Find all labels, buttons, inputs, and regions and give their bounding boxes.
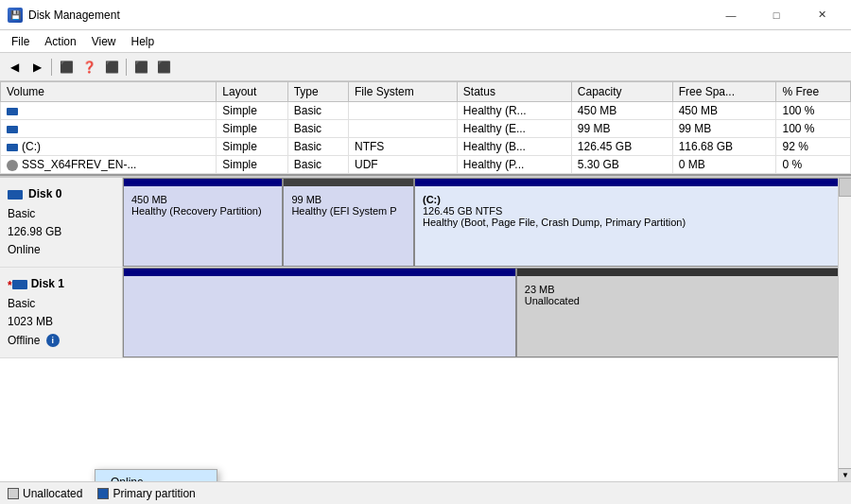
window-title: Disk Management xyxy=(28,9,120,22)
part-unallocated-size: 23 MB xyxy=(525,284,555,295)
part-main-content xyxy=(131,284,508,295)
table-row[interactable]: (C:) Simple Basic NTFS Healthy (B... 126… xyxy=(1,138,851,156)
cell-freespace: 0 MB xyxy=(672,156,776,174)
part-efi-label: Healthy (EFI System P xyxy=(291,205,396,217)
volume-table-container: Volume Layout Type File System Status Ca… xyxy=(0,81,851,176)
window-controls[interactable]: — □ ✕ xyxy=(709,6,843,25)
legend-primary: Primary partition xyxy=(97,487,195,500)
col-percentfree: % Free xyxy=(776,82,851,102)
scrollbar-thumb[interactable] xyxy=(839,178,851,197)
title-bar-left: 💾 Disk Management xyxy=(8,8,120,23)
menu-help[interactable]: Help xyxy=(124,33,163,50)
scrollbar-down-arrow[interactable]: ▼ xyxy=(839,468,851,481)
disk-0-name: Disk 0 xyxy=(28,185,61,203)
disk-view: Disk 0 Basic 126.98 GB Online 450 MB Hea… xyxy=(0,176,851,481)
disk-0-partitions: 450 MB Healthy (Recovery Partition) 99 M… xyxy=(123,178,851,267)
close-button[interactable]: ✕ xyxy=(800,6,843,25)
toolbar-btn-help[interactable]: ❓ xyxy=(78,57,99,78)
part-unallocated-label: Unallocated xyxy=(525,295,580,306)
menu-bar: File Action View Help xyxy=(0,30,851,53)
part-c-content: (C:) 126.45 GB NTFS Healthy (Boot, Page … xyxy=(423,194,842,228)
cell-filesystem xyxy=(348,120,457,138)
cell-type: Basic xyxy=(287,156,348,174)
cell-capacity: 5.30 GB xyxy=(571,156,672,174)
disk-1-partitions: 23 MB Unallocated xyxy=(123,268,851,356)
cell-filesystem: NTFS xyxy=(348,138,457,156)
disk-1-partition-unallocated[interactable]: 23 MB Unallocated xyxy=(516,268,851,356)
forward-button[interactable]: ▶ xyxy=(26,57,47,78)
legend-unallocated-box xyxy=(8,488,19,499)
volume-table: Volume Layout Type File System Status Ca… xyxy=(0,81,851,174)
main-content: Volume Layout Type File System Status Ca… xyxy=(0,81,851,481)
cell-layout: Simple xyxy=(217,102,287,120)
disk-1-icon: Disk 1 xyxy=(12,275,64,293)
disk-0-partition-c[interactable]: (C:) 126.45 GB NTFS Healthy (Boot, Page … xyxy=(414,178,851,267)
cell-volume xyxy=(1,102,217,120)
cell-filesystem: UDF xyxy=(348,156,457,174)
toolbar-btn-7[interactable]: ⬛ xyxy=(153,57,174,78)
cell-freespace: 450 MB xyxy=(672,102,776,120)
disk-row-0: Disk 0 Basic 126.98 GB Online 450 MB Hea… xyxy=(0,178,851,268)
minimize-button[interactable]: — xyxy=(709,6,753,25)
disk-1-partition-main[interactable] xyxy=(123,268,516,356)
context-menu-online[interactable]: Online xyxy=(96,470,217,481)
cell-percentfree: 0 % xyxy=(776,156,851,174)
cell-layout: Simple xyxy=(217,156,287,174)
table-row[interactable]: Simple Basic Healthy (E... 99 MB 99 MB 1… xyxy=(1,120,851,138)
col-type: Type xyxy=(287,82,348,102)
offline-info-icon[interactable]: i xyxy=(46,334,60,347)
cell-type: Basic xyxy=(287,120,348,138)
part-recovery-size: 450 MB xyxy=(131,194,167,205)
part-efi-content: 99 MB Healthy (EFI System P xyxy=(291,194,406,217)
disk-1-type: Basic xyxy=(8,297,35,310)
col-freespace: Free Spa... xyxy=(672,82,776,102)
cell-capacity: 450 MB xyxy=(571,102,672,120)
cell-volume xyxy=(1,120,217,138)
legend-unallocated-label: Unallocated xyxy=(23,487,82,500)
col-capacity: Capacity xyxy=(571,82,672,102)
cell-filesystem xyxy=(348,102,457,120)
disk-0-label: Disk 0 Basic 126.98 GB Online xyxy=(0,178,123,267)
menu-view[interactable]: View xyxy=(84,33,124,50)
legend-primary-box xyxy=(97,488,109,499)
disk-0-type: Basic xyxy=(8,207,35,220)
app-icon: 💾 xyxy=(8,8,23,23)
title-bar: 💾 Disk Management — □ ✕ xyxy=(0,0,851,30)
maximize-button[interactable]: □ xyxy=(755,6,798,25)
disk-row-1: * Disk 1 Basic 1023 MB Offline i xyxy=(0,268,851,357)
disk-1-size: 1023 MB xyxy=(8,315,53,328)
toolbar-btn-5[interactable]: ⬛ xyxy=(101,57,122,78)
part-c-driveletter: (C:) xyxy=(423,194,441,205)
toolbar-btn-6[interactable]: ⬛ xyxy=(130,57,151,78)
legend-primary-label: Primary partition xyxy=(113,487,195,500)
cell-layout: Simple xyxy=(217,138,287,156)
toolbar-sep-2 xyxy=(126,59,127,76)
table-row[interactable]: SSS_X64FREV_EN-... Simple Basic UDF Heal… xyxy=(1,156,851,174)
cell-status: Healthy (B... xyxy=(457,138,571,156)
scrollbar[interactable]: ▼ xyxy=(838,178,851,481)
disk-0-partition-recovery[interactable]: 450 MB Healthy (Recovery Partition) xyxy=(123,178,283,267)
context-menu: Online Properties Help xyxy=(95,469,217,481)
cell-capacity: 99 MB xyxy=(571,120,672,138)
cell-status: Healthy (E... xyxy=(457,120,571,138)
col-volume: Volume xyxy=(1,82,217,102)
disk-1-label: * Disk 1 Basic 1023 MB Offline i xyxy=(0,268,123,356)
back-button[interactable]: ◀ xyxy=(4,57,25,78)
col-status: Status xyxy=(457,82,571,102)
part-c-status: Healthy (Boot, Page File, Crash Dump, Pr… xyxy=(423,217,686,228)
status-bar: Unallocated Primary partition xyxy=(0,481,851,504)
cell-status: Healthy (R... xyxy=(457,102,571,120)
menu-file[interactable]: File xyxy=(4,33,37,50)
disk-0-partition-efi[interactable]: 99 MB Healthy (EFI System P xyxy=(283,178,414,267)
legend-unallocated: Unallocated xyxy=(8,487,82,500)
cell-capacity: 126.45 GB xyxy=(571,138,672,156)
cell-freespace: 99 MB xyxy=(672,120,776,138)
cell-status: Healthy (P... xyxy=(457,156,571,174)
table-row[interactable]: Simple Basic Healthy (R... 450 MB 450 MB… xyxy=(1,102,851,120)
part-recovery-label: Healthy (Recovery Partition) xyxy=(131,205,262,217)
toolbar-btn-3[interactable]: ⬛ xyxy=(56,57,77,78)
arrow-indicator xyxy=(217,476,331,481)
arrow-svg xyxy=(217,476,331,481)
cell-volume: (C:) xyxy=(1,138,217,156)
menu-action[interactable]: Action xyxy=(37,33,83,50)
